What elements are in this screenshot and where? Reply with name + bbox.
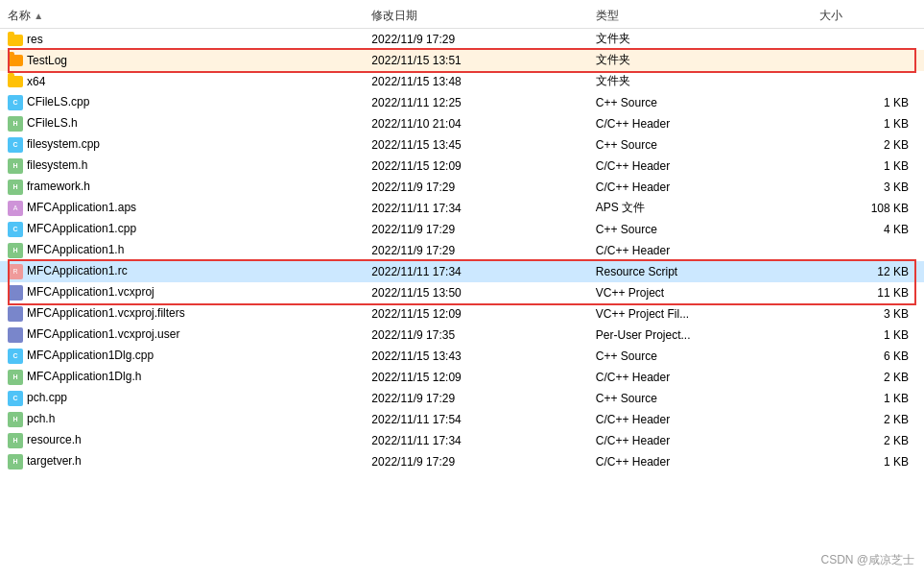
table-row[interactable]: MFCApplication1.vcxproj.filters2022/11/1… (0, 303, 924, 325)
file-type: APS 文件 (588, 198, 812, 219)
file-name-cell: HMFCApplication1.h (0, 240, 364, 261)
table-row[interactable]: CCFileLS.cpp2022/11/11 12:25C++ Source1 … (0, 92, 924, 113)
file-size: 4 KB (812, 219, 924, 240)
file-type: C++ Source (588, 346, 812, 367)
file-name-cell: MFCApplication1.vcxproj.user (0, 325, 364, 346)
table-row[interactable]: HMFCApplication1.h2022/11/9 17:29C/C++ H… (0, 240, 924, 261)
file-name: MFCApplication1Dlg.cpp (27, 349, 154, 362)
file-name: CFileLS.h (27, 116, 78, 130)
file-size (812, 50, 924, 71)
file-name: pch.cpp (27, 391, 67, 404)
file-name-cell: x64 (0, 71, 364, 92)
file-name: filesystem.h (27, 158, 87, 172)
table-row[interactable]: Cpch.cpp2022/11/9 17:29C++ Source1 KB (0, 388, 924, 409)
file-type: C++ Source (588, 219, 812, 240)
table-row[interactable]: MFCApplication1.vcxproj.user2022/11/9 17… (0, 325, 924, 346)
file-name: MFCApplication1Dlg.h (27, 370, 141, 383)
table-row[interactable]: Htargetver.h2022/11/9 17:29C/C++ Header1… (0, 451, 924, 472)
col-type-label: 类型 (596, 9, 619, 22)
file-size: 1 KB (812, 156, 924, 177)
table-row[interactable]: res2022/11/9 17:29文件夹 (0, 29, 924, 50)
table-row[interactable]: CMFCApplication1Dlg.cpp2022/11/15 13:43C… (0, 346, 924, 367)
col-name-header[interactable]: 名称 ▲ (0, 4, 364, 29)
file-date: 2022/11/9 17:29 (364, 29, 587, 50)
file-date: 2022/11/9 17:29 (364, 388, 587, 409)
file-date: 2022/11/9 17:35 (364, 325, 587, 346)
file-type: VC++ Project Fil... (588, 303, 812, 325)
table-row[interactable]: MFCApplication1.vcxproj2022/11/15 13:50V… (0, 282, 924, 303)
file-date: 2022/11/15 13:48 (364, 71, 587, 92)
file-name-cell: Hpch.h (0, 409, 364, 430)
table-row[interactable]: x642022/11/15 13:48文件夹 (0, 71, 924, 92)
file-date: 2022/11/9 17:29 (364, 177, 587, 198)
file-date: 2022/11/15 13:51 (364, 50, 587, 71)
file-size: 2 KB (812, 134, 924, 156)
file-size: 12 KB (812, 261, 924, 282)
file-name: pch.h (27, 412, 55, 425)
table-row[interactable]: HMFCApplication1Dlg.h2022/11/15 12:09C/C… (0, 367, 924, 388)
file-size: 11 KB (812, 282, 924, 303)
file-name-cell: AMFCApplication1.aps (0, 198, 364, 219)
file-name-cell: Cfilesystem.cpp (0, 134, 364, 156)
file-date: 2022/11/15 13:43 (364, 346, 587, 367)
file-type: C/C++ Header (588, 240, 812, 261)
table-row[interactable]: Hframework.h2022/11/9 17:29C/C++ Header3… (0, 177, 924, 198)
table-row[interactable]: Hfilesystem.h2022/11/15 12:09C/C++ Heade… (0, 156, 924, 177)
file-name: MFCApplication1.cpp (27, 222, 136, 235)
file-type: 文件夹 (588, 29, 812, 50)
file-size: 3 KB (812, 303, 924, 325)
file-date: 2022/11/10 21:04 (364, 113, 587, 134)
file-name: res (27, 33, 43, 46)
file-date: 2022/11/15 13:45 (364, 134, 587, 156)
table-row[interactable]: RMFCApplication1.rc2022/11/11 17:34Resou… (0, 261, 924, 282)
col-name-label: 名称 (8, 9, 31, 22)
col-date-header[interactable]: 修改日期 (364, 4, 587, 29)
file-name-cell: CMFCApplication1.cpp (0, 219, 364, 240)
file-date: 2022/11/11 17:34 (364, 430, 587, 451)
file-name: framework.h (27, 180, 90, 193)
file-size: 1 KB (812, 451, 924, 472)
file-name-cell: Cpch.cpp (0, 388, 364, 409)
table-row[interactable]: Cfilesystem.cpp2022/11/15 13:45C++ Sourc… (0, 134, 924, 156)
file-date: 2022/11/15 12:09 (364, 367, 587, 388)
file-type: C/C++ Header (588, 113, 812, 134)
table-row[interactable]: HCFileLS.h2022/11/10 21:04C/C++ Header1 … (0, 113, 924, 134)
file-name-cell: CMFCApplication1Dlg.cpp (0, 346, 364, 367)
col-size-header[interactable]: 大小 (812, 4, 924, 29)
file-name: CFileLS.cpp (27, 95, 89, 108)
file-date: 2022/11/11 17:34 (364, 261, 587, 282)
table-row[interactable]: TestLog2022/11/15 13:51文件夹 (0, 50, 924, 71)
file-name-cell: HMFCApplication1Dlg.h (0, 367, 364, 388)
file-name-cell: Htargetver.h (0, 451, 364, 472)
table-row[interactable]: CMFCApplication1.cpp2022/11/9 17:29C++ S… (0, 219, 924, 240)
file-type: C/C++ Header (588, 177, 812, 198)
col-type-header[interactable]: 类型 (588, 4, 812, 29)
file-name-cell: res (0, 29, 364, 50)
file-type: C++ Source (588, 92, 812, 113)
file-size: 2 KB (812, 409, 924, 430)
file-name: MFCApplication1.vcxproj (27, 285, 154, 299)
file-name-cell: Hfilesystem.h (0, 156, 364, 177)
file-date: 2022/11/15 13:50 (364, 282, 587, 303)
file-size: 3 KB (812, 177, 924, 198)
table-header: 名称 ▲ 修改日期 类型 大小 (0, 4, 924, 29)
watermark: CSDN @咸凉芝士 (820, 552, 914, 568)
file-size (812, 71, 924, 92)
file-name: TestLog (27, 54, 67, 67)
file-type: C++ Source (588, 134, 812, 156)
file-date: 2022/11/11 12:25 (364, 92, 587, 113)
file-type: C/C++ Header (588, 367, 812, 388)
table-row[interactable]: Hpch.h2022/11/11 17:54C/C++ Header2 KB (0, 409, 924, 430)
file-date: 2022/11/15 12:09 (364, 156, 587, 177)
file-name: MFCApplication1.vcxproj.user (27, 327, 179, 341)
file-name-cell: TestLog (0, 50, 364, 71)
file-date: 2022/11/9 17:29 (364, 240, 587, 261)
table-row[interactable]: Hresource.h2022/11/11 17:34C/C++ Header2… (0, 430, 924, 451)
col-size-label: 大小 (819, 9, 842, 22)
file-name-cell: Hresource.h (0, 430, 364, 451)
file-size: 1 KB (812, 113, 924, 134)
sort-arrow: ▲ (34, 11, 43, 21)
file-size (812, 29, 924, 50)
table-row[interactable]: AMFCApplication1.aps2022/11/11 17:34APS … (0, 198, 924, 219)
file-type: Resource Script (588, 261, 812, 282)
